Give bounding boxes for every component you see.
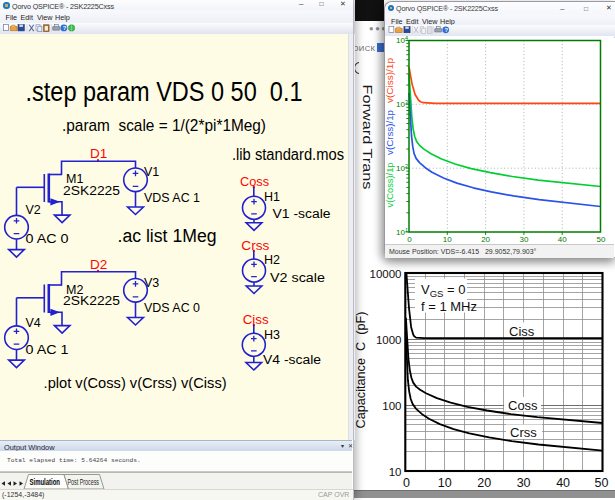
svg-text:10: 10 bbox=[443, 234, 452, 243]
svg-text:100: 100 bbox=[382, 400, 401, 412]
svg-text:.lib standard.mos: .lib standard.mos bbox=[232, 146, 344, 163]
svg-text:.ac list 1Meg: .ac list 1Meg bbox=[118, 226, 217, 246]
svg-text:2SK2225: 2SK2225 bbox=[63, 294, 120, 308]
svg-text:VGS = 0: VGS = 0 bbox=[421, 282, 465, 299]
svg-text:.param scale = 1/(2*pi*1Meg): .param scale = 1/(2*pi*1Meg) bbox=[62, 116, 266, 135]
svg-text:103: 103 bbox=[396, 98, 408, 108]
svg-text:10: 10 bbox=[438, 476, 452, 490]
svg-text:Forward Trans: Forward Trans bbox=[360, 85, 375, 190]
svg-text:Capacitance C (pF): Capacitance C (pF) bbox=[354, 311, 368, 428]
svg-text:50: 50 bbox=[595, 476, 609, 490]
svg-text:H2: H2 bbox=[264, 253, 280, 267]
svg-text:H3: H3 bbox=[264, 328, 280, 342]
svg-text:v(Coss)/1p: v(Coss)/1p bbox=[385, 162, 395, 207]
svg-text:20: 20 bbox=[481, 234, 490, 243]
svg-text:30: 30 bbox=[519, 234, 528, 243]
svg-text:Crss: Crss bbox=[241, 238, 269, 253]
svg-text:V1 -scale: V1 -scale bbox=[273, 207, 331, 221]
svg-text:D2: D2 bbox=[90, 257, 107, 272]
svg-text:30: 30 bbox=[517, 476, 531, 490]
svg-text:v(Crss)/1p: v(Crss)/1p bbox=[385, 109, 395, 154]
svg-text:.plot v(Coss) v(Crss) v(Ciss): .plot v(Coss) v(Crss) v(Ciss) bbox=[44, 374, 227, 391]
svg-text:V2: V2 bbox=[26, 203, 41, 217]
svg-text:V4 -scale: V4 -scale bbox=[263, 353, 321, 367]
svg-text:V4: V4 bbox=[26, 316, 41, 330]
svg-text:.step param VDS 0 50 0.1: .step param VDS 0 50 0.1 bbox=[26, 77, 303, 107]
svg-text:104: 104 bbox=[396, 36, 408, 45]
svg-text:H1: H1 bbox=[264, 190, 280, 204]
svg-text:V2 scale: V2 scale bbox=[270, 271, 325, 285]
svg-text:40: 40 bbox=[558, 234, 567, 243]
svg-text:2SK2225: 2SK2225 bbox=[63, 184, 120, 198]
svg-text:0: 0 bbox=[403, 476, 410, 490]
svg-text:Post Process: Post Process bbox=[68, 478, 100, 487]
svg-text:?: ? bbox=[63, 25, 67, 31]
svg-text:101: 101 bbox=[396, 226, 408, 236]
svg-text:?: ? bbox=[444, 27, 448, 33]
svg-text:10: 10 bbox=[389, 466, 402, 478]
svg-text:VDS AC 1: VDS AC 1 bbox=[144, 191, 200, 205]
svg-text:Coss: Coss bbox=[508, 398, 538, 413]
svg-text:20: 20 bbox=[477, 476, 491, 490]
svg-text:v(Ciss)/1p: v(Ciss)/1p bbox=[385, 57, 395, 102]
svg-text:0 AC 1: 0 AC 1 bbox=[26, 343, 69, 357]
svg-text:Crss: Crss bbox=[510, 425, 537, 440]
svg-text:Ciss: Ciss bbox=[243, 312, 269, 327]
svg-text:f = 1 MHz: f = 1 MHz bbox=[421, 299, 477, 314]
svg-text:0 AC 0: 0 AC 0 bbox=[26, 232, 69, 246]
svg-text:40: 40 bbox=[556, 476, 570, 490]
svg-text:VDS AC 0: VDS AC 0 bbox=[144, 301, 200, 315]
svg-text:D1: D1 bbox=[90, 146, 107, 161]
svg-text:0: 0 bbox=[407, 234, 412, 243]
svg-text:Ciss: Ciss bbox=[509, 324, 535, 339]
svg-text:Simulation: Simulation bbox=[30, 478, 61, 487]
svg-text:50: 50 bbox=[597, 234, 606, 243]
svg-text:102: 102 bbox=[396, 162, 408, 172]
svg-text:1000: 1000 bbox=[376, 334, 402, 346]
svg-text:10000: 10000 bbox=[370, 268, 402, 280]
